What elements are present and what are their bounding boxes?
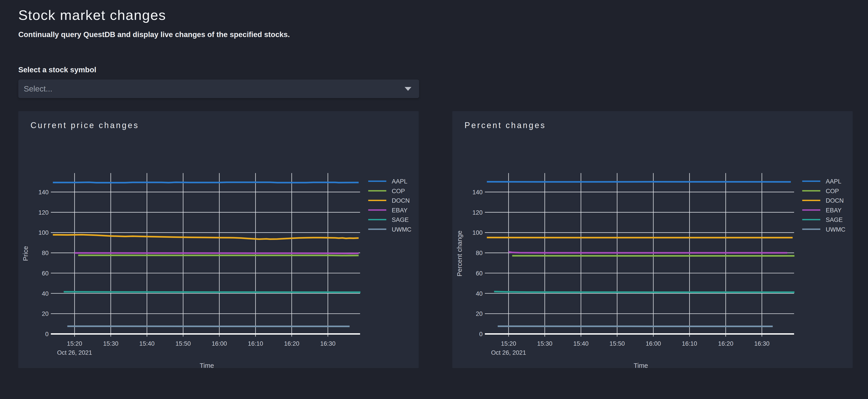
stock-select-placeholder: Select... [24, 84, 52, 93]
svg-text:16:30: 16:30 [320, 340, 336, 347]
svg-text:15:50: 15:50 [610, 340, 625, 347]
percent-chart-panel: Percent changes 02040608010012014015:201… [452, 111, 852, 368]
svg-text:EBAY: EBAY [826, 207, 842, 214]
svg-text:16:00: 16:00 [212, 340, 227, 347]
legend-item-AAPL[interactable]: AAPL [802, 178, 841, 185]
svg-text:DOCN: DOCN [392, 197, 410, 204]
svg-text:UWMC: UWMC [826, 226, 845, 233]
svg-text:15:40: 15:40 [573, 340, 589, 347]
svg-text:16:10: 16:10 [682, 340, 698, 347]
svg-text:15:20: 15:20 [67, 340, 82, 347]
svg-text:16:30: 16:30 [754, 340, 770, 347]
svg-text:16:00: 16:00 [646, 340, 661, 347]
legend-item-DOCN[interactable]: DOCN [802, 197, 844, 204]
legend-item-SAGE[interactable]: SAGE [368, 217, 409, 223]
legend-item-DOCN[interactable]: DOCN [368, 197, 410, 204]
svg-text:140: 140 [38, 189, 49, 196]
stock-select-dropdown[interactable]: Select... [18, 79, 419, 98]
svg-text:15:30: 15:30 [537, 340, 553, 347]
svg-text:20: 20 [42, 311, 49, 318]
legend-item-COP[interactable]: COP [802, 188, 839, 195]
svg-text:100: 100 [472, 230, 483, 236]
svg-text:15:30: 15:30 [103, 340, 119, 347]
svg-text:AAPL: AAPL [826, 178, 841, 185]
svg-text:Price: Price [22, 246, 29, 261]
app-page: Stock market changes Continually query Q… [0, 0, 868, 368]
svg-text:15:40: 15:40 [139, 340, 155, 347]
svg-text:UWMC: UWMC [392, 226, 411, 233]
svg-text:COP: COP [392, 188, 405, 195]
svg-text:DOCN: DOCN [826, 197, 844, 204]
svg-text:Percent change: Percent change [456, 231, 463, 276]
svg-text:40: 40 [42, 290, 49, 297]
legend-item-EBAY[interactable]: EBAY [368, 207, 408, 214]
svg-text:140: 140 [472, 189, 483, 196]
price-chart[interactable]: 02040608010012014015:2015:3015:4015:5016… [18, 111, 418, 368]
svg-text:16:10: 16:10 [248, 340, 264, 347]
chevron-down-icon [405, 87, 411, 91]
svg-text:15:20: 15:20 [501, 340, 516, 347]
legend-item-UWMC[interactable]: UWMC [368, 226, 411, 233]
stock-select-label: Select a stock symbol [18, 66, 868, 74]
svg-text:SAGE: SAGE [826, 217, 843, 223]
svg-text:60: 60 [476, 270, 483, 277]
charts-row: Current price changes 020406080100120140… [18, 111, 868, 368]
svg-text:15:50: 15:50 [176, 340, 191, 347]
legend-item-AAPL[interactable]: AAPL [368, 178, 407, 185]
svg-text:80: 80 [476, 250, 483, 257]
svg-text:16:20: 16:20 [718, 340, 734, 347]
svg-text:16:20: 16:20 [284, 340, 300, 347]
svg-text:Time: Time [199, 362, 214, 368]
svg-text:AAPL: AAPL [392, 178, 407, 185]
legend-item-SAGE[interactable]: SAGE [802, 217, 843, 223]
svg-text:80: 80 [42, 250, 49, 257]
svg-text:60: 60 [42, 270, 49, 277]
svg-text:0: 0 [45, 331, 49, 337]
svg-text:120: 120 [38, 209, 49, 216]
svg-text:Oct 26, 2021: Oct 26, 2021 [491, 349, 526, 356]
svg-text:40: 40 [476, 290, 483, 297]
svg-text:20: 20 [476, 311, 483, 318]
page-title: Stock market changes [18, 7, 868, 24]
svg-text:COP: COP [826, 188, 839, 195]
percent-chart[interactable]: 02040608010012014015:2015:3015:4015:5016… [452, 111, 852, 368]
svg-text:EBAY: EBAY [392, 207, 408, 214]
svg-text:Oct 26, 2021: Oct 26, 2021 [57, 349, 92, 356]
svg-text:SAGE: SAGE [392, 217, 409, 223]
price-chart-panel: Current price changes 020406080100120140… [18, 111, 418, 368]
legend-item-COP[interactable]: COP [368, 188, 405, 195]
legend-item-UWMC[interactable]: UWMC [802, 226, 845, 233]
page-subtitle: Continually query QuestDB and display li… [18, 30, 868, 39]
svg-text:100: 100 [38, 230, 49, 236]
svg-text:120: 120 [472, 209, 483, 216]
svg-text:0: 0 [479, 331, 483, 337]
legend-item-EBAY[interactable]: EBAY [802, 207, 842, 214]
svg-text:Time: Time [633, 362, 648, 368]
